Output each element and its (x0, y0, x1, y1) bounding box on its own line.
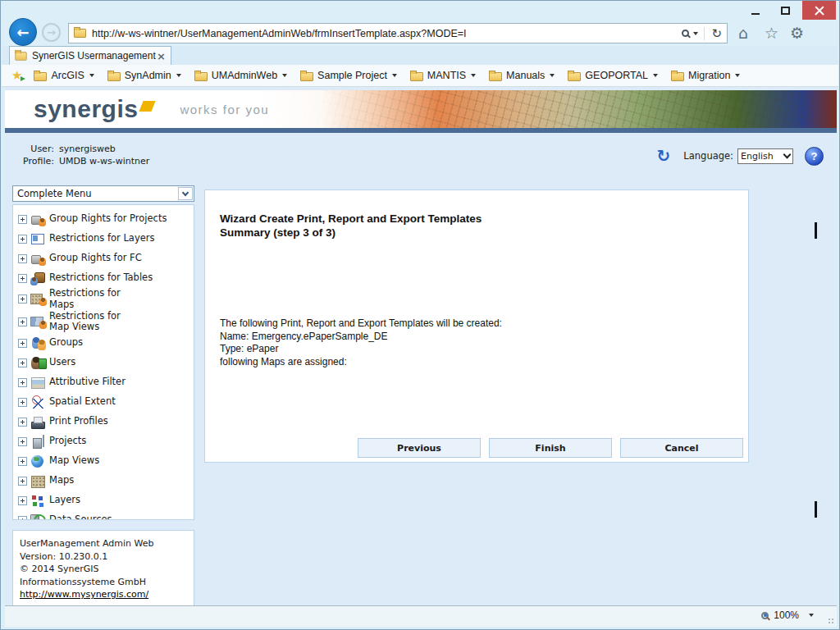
folder-icon (489, 72, 502, 81)
minimize-button[interactable] (743, 1, 768, 20)
expand-icon[interactable] (18, 378, 27, 387)
about-link[interactable]: http://www.mysynergis.com/ (20, 589, 148, 600)
search-dropdown-icon[interactable] (693, 32, 698, 35)
home-icon[interactable]: ⌂ (738, 24, 748, 42)
tree-item[interactable]: Group Rights for Projects (18, 209, 194, 229)
chevron-down-icon (653, 74, 658, 77)
logo-text: synergis (34, 95, 138, 123)
tree-item[interactable]: Spatial Extent (18, 392, 194, 412)
zoom-dropdown-icon[interactable] (809, 614, 814, 617)
expand-icon[interactable] (18, 294, 27, 304)
favorites-bar-item[interactable]: GEOPORTAL (568, 70, 658, 81)
mapview-user-icon (30, 315, 47, 329)
favorites-bar-item[interactable]: UMAdminWeb (194, 70, 287, 81)
favorites-bar-item[interactable]: Manuals (489, 70, 555, 81)
select-arrow-box[interactable] (178, 187, 193, 200)
tree-item-label: Attributive Filter (49, 377, 174, 388)
favorites-bar-item[interactable]: Sample Project (300, 70, 397, 81)
cancel-button[interactable]: Cancel (620, 438, 743, 458)
tree-item[interactable]: Restrictions for Layers (18, 229, 194, 249)
tree-item[interactable]: Group Rights for FC (18, 249, 194, 268)
divider (704, 27, 705, 40)
tree-item-label: Restrictions for Maps (49, 288, 174, 311)
expand-icon[interactable] (18, 317, 27, 326)
favorites-bar-item[interactable]: ArcGIS (34, 70, 94, 81)
user-value: synergisweb (59, 144, 149, 154)
close-button[interactable] (802, 1, 836, 20)
wizard-buttons: Previous Finish Cancel (358, 438, 743, 458)
back-button[interactable]: ← (9, 18, 37, 46)
language-select[interactable]: English (737, 148, 793, 164)
chevron-down-icon (182, 189, 189, 195)
tree-item[interactable]: Restrictions for Maps (18, 288, 194, 311)
previous-button[interactable]: Previous (358, 438, 481, 458)
tree-item[interactable]: Users (18, 353, 194, 372)
tagline: works for you (180, 103, 269, 116)
about-version: Version: 10.230.0.1 (20, 550, 189, 564)
gear-icon[interactable]: ⚙ (790, 24, 804, 42)
address-bar[interactable]: ↻ (68, 23, 728, 43)
tree-item[interactable]: Maps (18, 471, 194, 491)
finish-button[interactable]: Finish (489, 438, 612, 458)
table-user-icon (30, 272, 47, 285)
tree-item-label: Projects (49, 436, 174, 447)
favorites-bar-item[interactable]: Migration (671, 70, 740, 81)
chevron-down-icon (392, 74, 397, 77)
tree-item[interactable]: Map Views (18, 451, 194, 471)
chevron-down-icon (783, 151, 792, 159)
expand-icon[interactable] (18, 418, 27, 427)
tree-item[interactable]: Print Profiles (18, 412, 194, 431)
tree-item[interactable]: Restrictions for Tables (18, 268, 194, 288)
tab-synergis-usermanagement[interactable]: SynerGIS Usermanagement ... × (9, 46, 171, 65)
chevron-down-icon (471, 74, 476, 77)
expand-icon[interactable] (18, 358, 27, 368)
synergis-logo: synergis (34, 95, 153, 123)
expand-icon[interactable] (18, 437, 27, 446)
tree-item[interactable]: Attributive Filter (18, 372, 194, 392)
forward-button[interactable]: → (42, 23, 61, 42)
tree-item[interactable]: Restrictions for Map Views (18, 311, 194, 334)
zoom-control[interactable]: 100% (761, 609, 814, 621)
expand-icon[interactable] (18, 457, 27, 466)
summary-line: Name: Emergency.ePaperSample_DE (220, 331, 502, 344)
favorite-label: UMAdminWeb (212, 70, 277, 81)
back-arrow-icon: ← (16, 24, 29, 41)
expand-icon[interactable] (18, 398, 27, 407)
tree-item[interactable]: Data Sources (18, 510, 194, 520)
add-favorite-icon[interactable]: ★ (11, 68, 22, 83)
search-icon[interactable] (682, 30, 689, 37)
expand-icon[interactable] (18, 339, 27, 348)
expand-icon[interactable] (18, 254, 27, 263)
expand-icon[interactable] (18, 274, 27, 283)
tab-close-icon[interactable]: × (157, 50, 166, 62)
menu-mode-select[interactable]: Complete Menu (12, 185, 194, 202)
printer-icon (30, 415, 47, 429)
favorites-bar-item[interactable]: SynAdmin (107, 70, 181, 81)
favorite-label: Migration (688, 70, 730, 81)
lock-user-icon (30, 212, 47, 226)
tree-item[interactable]: Layers (18, 491, 194, 510)
help-button[interactable]: ? (805, 147, 824, 166)
tree-item-label: Spatial Extent (49, 396, 174, 408)
logo-mark-icon (139, 101, 156, 112)
expand-icon[interactable] (18, 477, 27, 486)
url-input[interactable] (92, 28, 682, 39)
zoom-level: 100% (774, 609, 799, 621)
favorites-bar-item[interactable]: MANTIS (410, 70, 476, 81)
tree-item[interactable]: Projects (18, 431, 194, 451)
app-header: User: synergisweb Profile: UMDB w-ws-win… (5, 133, 837, 180)
expand-icon[interactable] (18, 496, 27, 505)
favorites-icon[interactable]: ☆ (765, 24, 778, 42)
folder-icon (410, 72, 423, 81)
refresh-language-icon[interactable]: ↻ (657, 146, 671, 166)
maximize-button[interactable] (773, 1, 797, 20)
resize-grip[interactable] (828, 618, 834, 624)
chevron-down-icon (550, 74, 555, 77)
refresh-icon[interactable]: ↻ (711, 26, 722, 41)
tree-item[interactable]: Groups (18, 333, 194, 353)
expand-icon[interactable] (18, 516, 27, 520)
expand-icon[interactable] (18, 235, 27, 244)
tree-scroll-up[interactable] (814, 222, 825, 234)
expand-icon[interactable] (18, 215, 27, 224)
tree-scroll-down[interactable] (814, 501, 825, 513)
